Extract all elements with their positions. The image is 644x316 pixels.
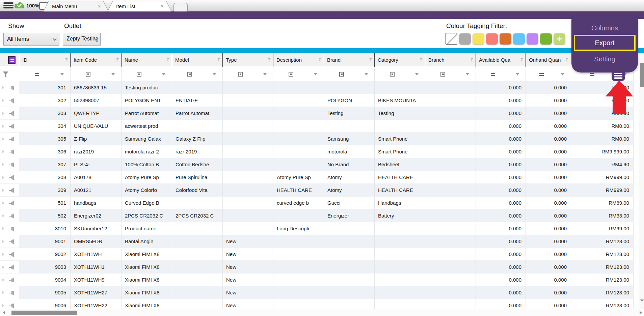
- expand-row-icon[interactable]: [2, 265, 4, 269]
- column-header-item_code[interactable]: Item CodeΣ: [71, 53, 122, 67]
- expand-row-icon[interactable]: [2, 291, 4, 294]
- summary-sigma-icon[interactable]: Σ: [566, 53, 568, 67]
- table-row[interactable]: 9003XOTH11WH1Xiaomi FIMI X8New0.0000.000…: [0, 261, 634, 274]
- tab-main-menu[interactable]: Main Menu✕: [43, 1, 109, 11]
- summary-sigma-icon[interactable]: Σ: [217, 53, 220, 67]
- tag-swatch-purple[interactable]: [527, 33, 538, 45]
- horizontal-scrollbar-thumb[interactable]: [11, 311, 77, 315]
- expand-row-icon[interactable]: [2, 253, 4, 256]
- row-indicator-header[interactable]: [0, 53, 19, 67]
- filter-equals-icon[interactable]: [539, 73, 544, 76]
- table-row[interactable]: 303QWERTYPParrot AutomatParrot AutomatTe…: [0, 107, 634, 120]
- table-row[interactable]: 501handbagsCurved Edge Bcurved edge bGuc…: [0, 197, 634, 209]
- expand-row-icon[interactable]: [2, 150, 4, 153]
- summary-sigma-icon[interactable]: Σ: [471, 53, 473, 67]
- tab-item-list[interactable]: Item List✕: [107, 1, 171, 11]
- expand-row-icon[interactable]: [2, 304, 4, 307]
- summary-sigma-icon[interactable]: Σ: [116, 53, 119, 67]
- pin-row-icon[interactable]: [9, 99, 16, 103]
- show-dropdown[interactable]: All Items: [3, 33, 59, 46]
- expand-row-icon[interactable]: [2, 124, 4, 128]
- filter-contains-icon[interactable]: [390, 72, 395, 77]
- vertical-scrollbar-thumb[interactable]: [640, 63, 644, 87]
- expand-row-icon[interactable]: [2, 86, 4, 89]
- table-row[interactable]: 308A00178Atomy Pure SpPure SpirulinaAtom…: [0, 171, 634, 184]
- pin-row-icon[interactable]: [9, 150, 16, 154]
- expand-row-icon[interactable]: [2, 201, 4, 205]
- pin-row-icon[interactable]: [9, 265, 16, 269]
- filter-equals-icon[interactable]: [491, 73, 495, 76]
- column-header-model[interactable]: ModelΣ: [172, 53, 223, 67]
- column-header-type[interactable]: TypeΣ: [223, 53, 273, 67]
- menu-item-setting[interactable]: Setting: [574, 53, 636, 65]
- menu-item-export[interactable]: Export: [574, 35, 636, 51]
- scroll-left-icon[interactable]: [3, 311, 5, 314]
- summary-sigma-icon[interactable]: Σ: [369, 53, 372, 67]
- pin-row-icon[interactable]: [9, 227, 16, 231]
- table-row[interactable]: 3010SKUnumber12Product nameLong Descript…: [0, 222, 634, 235]
- table-row[interactable]: 9005XOTH11WH27Xiaomi FIMI X8New0.0000.00…: [0, 286, 634, 299]
- filter-contains-icon[interactable]: [238, 72, 243, 77]
- pin-row-icon[interactable]: [9, 189, 16, 192]
- pin-row-icon[interactable]: [9, 86, 16, 90]
- pin-row-icon[interactable]: [9, 201, 16, 205]
- column-header-id[interactable]: IDΣ: [19, 53, 71, 67]
- tag-swatch-no-colour[interactable]: [446, 33, 457, 45]
- menu-item-columns[interactable]: Columns: [574, 22, 636, 34]
- summary-sigma-icon[interactable]: Σ: [520, 53, 523, 67]
- filter-dropdown-icon[interactable]: [415, 73, 419, 76]
- close-icon[interactable]: ✕: [98, 4, 101, 9]
- table-row[interactable]: 309A00121Atomy ColorfoColorfood VitaHEAL…: [0, 184, 634, 197]
- filter-contains-icon[interactable]: [289, 72, 293, 77]
- filter-funnel-icon[interactable]: [3, 71, 8, 77]
- pin-row-icon[interactable]: [9, 253, 16, 256]
- column-header-description[interactable]: DescriptionΣ: [273, 53, 324, 67]
- pin-row-icon[interactable]: [9, 137, 16, 141]
- outlet-dropdown[interactable]: Zepty Testing: [63, 33, 101, 46]
- pin-row-icon[interactable]: [9, 214, 16, 218]
- expand-row-icon[interactable]: [2, 227, 4, 230]
- expand-row-icon[interactable]: [2, 189, 4, 192]
- filter-dropdown-icon[interactable]: [162, 73, 165, 76]
- filter-dropdown-icon[interactable]: [314, 73, 317, 76]
- pin-row-icon[interactable]: [9, 240, 16, 243]
- pin-row-icon[interactable]: [9, 278, 16, 282]
- summary-sigma-icon[interactable]: Σ: [420, 53, 423, 67]
- grid-menu-button[interactable]: [612, 71, 625, 81]
- filter-dropdown-icon[interactable]: [561, 73, 564, 76]
- pin-row-icon[interactable]: [9, 124, 16, 128]
- table-row[interactable]: 307PLS-4-100% Cotton BCotton BedsheNo Br…: [0, 158, 634, 171]
- filter-dropdown-icon[interactable]: [263, 73, 267, 76]
- pin-row-icon[interactable]: [9, 304, 16, 308]
- expand-row-icon[interactable]: [2, 163, 4, 166]
- filter-dropdown-icon[interactable]: [60, 73, 64, 76]
- expand-row-icon[interactable]: [2, 99, 4, 102]
- summary-sigma-icon[interactable]: Σ: [319, 53, 321, 67]
- column-header-branch[interactable]: BranchΣ: [425, 53, 476, 67]
- filter-contains-icon[interactable]: [440, 72, 445, 77]
- filter-contains-icon[interactable]: [86, 72, 90, 77]
- close-icon[interactable]: ✕: [160, 4, 164, 9]
- table-row[interactable]: 9006XOTH11WH22Xiaomi FIMI X8New0.0000.00…: [0, 299, 634, 309]
- filter-dropdown-icon[interactable]: [516, 73, 519, 76]
- tag-swatch-blue[interactable]: [513, 33, 525, 45]
- pin-row-icon[interactable]: [9, 112, 16, 115]
- expand-row-icon[interactable]: [2, 214, 4, 218]
- filter-dropdown-icon[interactable]: [365, 73, 368, 76]
- summary-sigma-icon[interactable]: Σ: [167, 53, 169, 67]
- filter-equals-icon[interactable]: [35, 73, 39, 76]
- filter-dropdown-icon[interactable]: [466, 73, 469, 76]
- expand-row-icon[interactable]: [2, 137, 4, 141]
- tag-swatch-green[interactable]: [540, 33, 552, 45]
- pin-row-icon[interactable]: [9, 176, 16, 179]
- column-header-onhand_qty[interactable]: Onhand QuanΣ: [526, 53, 571, 67]
- column-header-available_qty[interactable]: Available QuaΣ: [476, 53, 526, 67]
- table-row[interactable]: 502Energizer022PCS CR2032 C2PCS CR2032 C…: [0, 209, 634, 222]
- scroll-down-icon[interactable]: [640, 299, 644, 302]
- horizontal-scrollbar[interactable]: [0, 309, 644, 316]
- scroll-right-icon[interactable]: [640, 311, 642, 314]
- expand-row-icon[interactable]: [2, 112, 4, 115]
- table-row[interactable]: 9002XOTH11WHXiaomi FIMI X8New0.0000.000R…: [0, 248, 634, 261]
- table-row[interactable]: 302502398007POLYGON ENTENTIAT-EPOLYGONBI…: [0, 94, 634, 107]
- vertical-scrollbar[interactable]: [639, 53, 644, 309]
